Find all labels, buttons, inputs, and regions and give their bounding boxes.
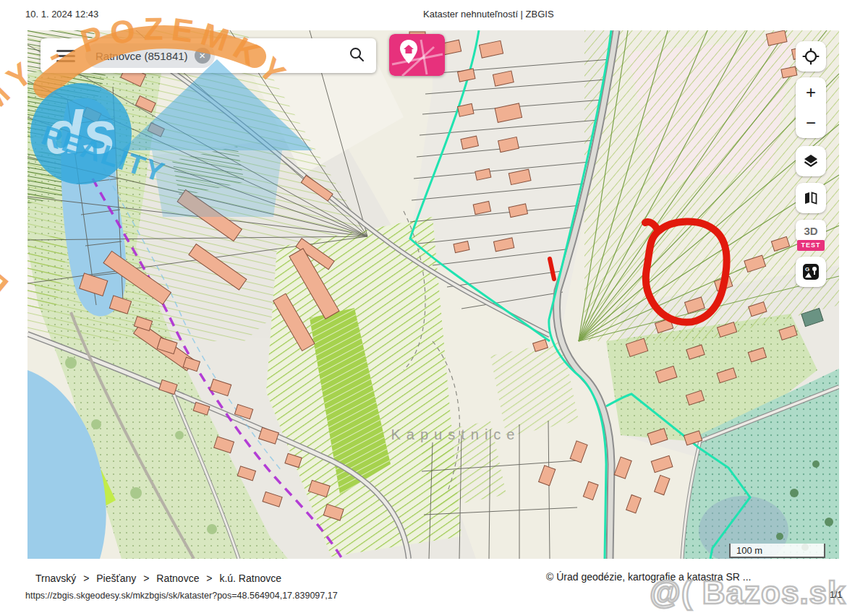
page-title: Kataster nehnuteľností | ZBGIS (423, 9, 554, 20)
breadcrumb-district[interactable]: Piešťany (96, 573, 136, 584)
page-indicator: 1/1 (830, 590, 842, 600)
zoom-out-button[interactable]: − (796, 108, 826, 138)
search-input[interactable]: Ratnovce (851841) (95, 50, 188, 62)
search-icon[interactable] (349, 46, 365, 65)
svg-text:G: G (805, 266, 809, 273)
map-copyright: © Úrad geodézie, kartografie a katastra … (546, 571, 751, 583)
clear-icon[interactable]: × (195, 48, 210, 64)
page-url: https://zbgis.skgeodesy.sk/mkzbgis/sk/ka… (25, 591, 338, 601)
locate-button[interactable] (796, 41, 826, 72)
breadcrumb-municipality[interactable]: Ratnovce (156, 573, 199, 584)
print-timestamp: 10. 1. 2024 12:43 (25, 9, 98, 20)
breadcrumb-cadastre[interactable]: k.ú. Ratnovce (219, 573, 281, 584)
zoom-control[interactable]: + − (796, 77, 826, 138)
search-chip[interactable]: Ratnovce (851841) × (85, 43, 215, 68)
layers-button[interactable] (796, 146, 826, 176)
map-canvas[interactable]: Kapustnice (27, 30, 839, 559)
menu-icon[interactable] (56, 47, 75, 65)
search-bar[interactable]: Ratnovce (851841) × (41, 38, 376, 73)
streetview-button[interactable]: G (796, 257, 826, 287)
threed-button[interactable]: 3D (796, 220, 826, 242)
layers-icon (802, 153, 820, 170)
test-badge: TEST (797, 240, 825, 251)
map-preview-button[interactable] (389, 34, 445, 76)
breadcrumb-region[interactable]: Trnavský (35, 573, 76, 584)
streetview-icon: G (801, 262, 820, 281)
crosshair-icon (802, 48, 820, 65)
zoom-in-button[interactable]: + (796, 77, 826, 108)
field-name-label: Kapustnice (391, 426, 521, 442)
print-header: 10. 1. 2024 12:43 Kataster nehnuteľností… (0, 0, 868, 30)
swipe-compare-icon (802, 189, 820, 207)
compare-button[interactable] (796, 183, 826, 213)
scale-bar: 100 m (729, 544, 825, 558)
breadcrumb: Trnavský > Piešťany > Ratnovce > k.ú. Ra… (33, 573, 284, 584)
